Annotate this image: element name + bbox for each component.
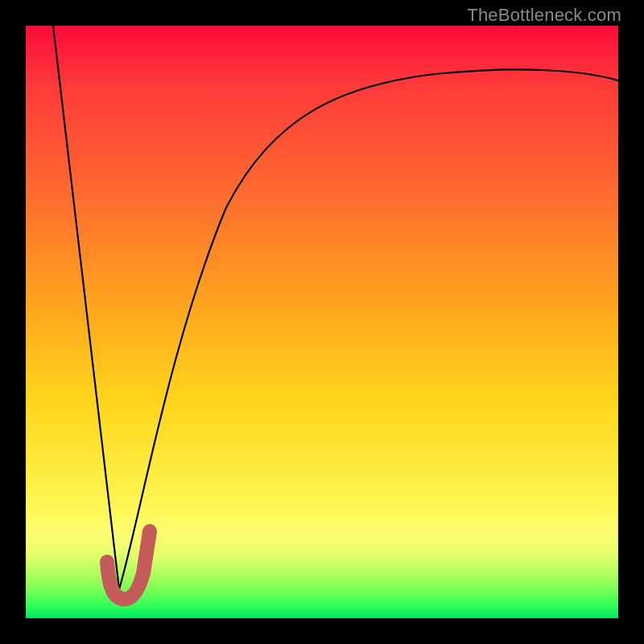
curve-right-ascend <box>119 69 618 589</box>
chart-svg <box>0 0 644 644</box>
curve-left-descent <box>53 26 119 589</box>
chart-frame: TheBottleneck.com <box>0 0 644 644</box>
